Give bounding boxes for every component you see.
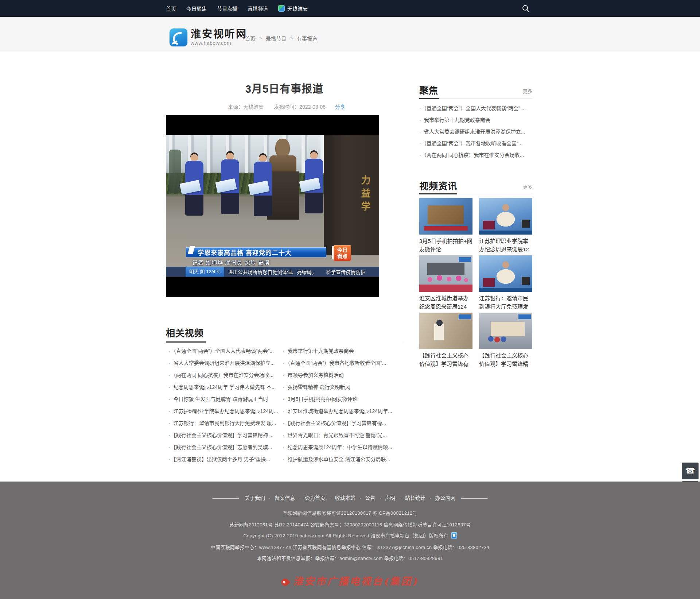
video-ticker-bar: 明天 阴 12/4℃ 进出公共场所请您自觉测体温、亮绿码。 科学宣传疫情防护 [166,267,379,277]
footer-link-statement[interactable]: 声明 [375,495,395,501]
video-news-grid: 3月5日手机拍拍拍+网友微评论 江苏护理职业学院举办纪念周恩来诞辰12 淮安区淮… [419,198,533,368]
badge-line: 看点 [337,253,347,259]
article-publish-time: 发布时间：2022-03-06 [274,104,326,110]
footer-license-line-1: 互联网新闻信息服务许可证32120180017 苏ICP备08021212号 [0,509,700,516]
related-video-link[interactable]: 【践行社会主义核心价值观】学习雷锋有榜... [283,417,397,429]
nav-item-home[interactable]: 首页 [166,5,176,12]
nav-item-label: 无线淮安 [287,5,308,12]
related-video-link[interactable]: 【践行社会主义核心价值观】志愿者到吴城... [168,441,283,453]
breadcrumb-home[interactable]: 首页 [245,35,255,42]
scene-memorial-wall: 力益学 [324,135,379,255]
video-caption[interactable]: 【践行社会主义核心价值观】学习雷锋有 [419,351,472,368]
related-video-link[interactable]: 纪念周恩来诞辰124周年 学习伟人做先锋 不... [168,381,283,393]
video-caption-bar: 学恩来崇高品格 喜迎党的二十大 [186,247,326,257]
video-thumbnail[interactable] [479,255,532,292]
related-video-link[interactable]: 我市举行第十九期党政亲商会 [283,345,397,357]
site-logo-icon [170,28,187,46]
related-video-link[interactable]: （两在两同 同心抗疫）我市在淮安分会场收... [168,369,283,381]
video-thumbnail[interactable] [419,255,472,292]
related-video-link[interactable]: 省人大常委会调研组来淮开展洪泽湖保护立... [168,357,283,369]
video-news-section-title: 视频资讯 [419,179,457,192]
related-video-link[interactable]: 世界青光眼日：青光眼致盲不可逆 警惕“光... [283,429,397,441]
search-button[interactable] [521,3,531,13]
telephone-icon: ☎ [685,467,695,475]
site-name: 淮安视听网 [191,28,247,40]
scene-reader [220,151,240,224]
scene-reader [253,153,273,226]
nav-item-live[interactable]: 直播频道 [248,5,268,12]
related-videos-column-left: （直通全国“两会”）全国人大代表畅谈“两会”... 省人大常委会调研组来淮开展洪… [168,345,283,465]
related-video-link[interactable]: （直通全国“两会”）全国人大代表畅谈“两会”... [168,345,283,357]
footer-link-about[interactable]: 关于我们 [245,495,265,501]
video-news-more-link[interactable]: 更多 [513,183,532,190]
icp-badge-icon[interactable] [451,532,457,539]
related-video-link[interactable]: （直通全国“两会”）我市各地收听收看全国“... [283,357,397,369]
related-video-link[interactable]: 3月5日手机拍拍拍+网友微评论 [283,393,397,405]
hotline-phone-button[interactable]: ☎ [682,463,699,479]
footer-link-office-intranet[interactable]: 办公内网 [425,495,456,501]
video-thumbnail[interactable] [419,313,472,349]
focus-news-link[interactable]: （两在两同 同心抗疫）我市在淮安分会场收... [419,149,533,161]
video-caption[interactable]: 淮安区淮城街道举办纪念周恩来诞辰124 [419,294,472,311]
video-player[interactable]: 力益学 学恩来崇高品格 喜迎党的二十大 记者 姚坤烨 通讯员 沈玲 史琪 明天 … [166,115,379,297]
related-video-link[interactable]: 弘扬雷锋精神 践行文明新风 [283,381,397,393]
focus-list: （直通全国“两会”）全国人大代表畅谈“两会” ... 我市举行第十九期党政亲商会… [419,103,533,161]
video-thumbnail[interactable] [419,198,472,235]
footer-report-line-1: 中国互联网举报中心：www.12377.cn 江苏省互联网有害信息举报中心 信箱… [0,544,700,550]
video-caption[interactable]: 江苏银行：邀请市民到银行大厅免费理发 [479,294,532,311]
video-caption-reporters: 记者 姚坤烨 通讯员 沈玲 史琪 [192,258,270,266]
breadcrumb-recorded-programs[interactable]: 录播节目 [266,35,286,42]
video-news-card[interactable]: 江苏护理职业学院举办纪念周恩来诞辰12 [479,198,532,254]
footer-link-announcements[interactable]: 公告 [355,495,376,501]
focus-news-link[interactable]: （直通全国“两会”）全国人大代表畅谈“两会” ... [419,103,533,114]
related-video-link[interactable]: 市领导参加义务植树活动 [283,369,397,381]
related-video-link[interactable]: 【践行社会主义核心价值观】学习雷锋精神 ... [168,429,283,441]
related-video-link[interactable]: 【清江浦警视】出狱仅两个多月 男子“重操... [168,453,283,465]
related-video-link[interactable]: 江苏护理职业学院举办纪念周恩来诞辰124周... [168,405,283,417]
focus-news-link[interactable]: （直通全国“两会”）我市各地收听收看全国“... [419,138,533,149]
focus-news-link[interactable]: 我市举行第十九期党政亲商会 [419,114,533,126]
video-caption[interactable]: 3月5日手机拍拍拍+网友微评论 [419,237,472,254]
breadcrumb: 首页 > 录播节目 > 有事报道 [245,35,317,42]
video-news-divider [419,194,532,194]
nav-menu: 首页 今日聚焦 节目点播 直播频道 无线淮安 [166,0,308,17]
footer-link-set-homepage[interactable]: 设为首页 [295,495,325,501]
related-video-link[interactable]: 维护航运及涉水单位安全 清江浦公安分局联... [283,453,397,465]
video-news-card[interactable]: 3月5日手机拍拍拍+网友微评论 [419,198,472,254]
nav-item-today-focus[interactable]: 今日聚焦 [186,5,207,12]
footer-copyright: Copyright (C) 2012-2019 habctv.com All R… [0,532,700,539]
footer-link-site-stats[interactable]: 站长统计 [395,495,425,501]
broadcast-group-logo-icon [280,577,290,587]
video-thumbnail[interactable] [479,313,532,349]
video-news-card[interactable]: 江苏银行：邀请市民到银行大厅免费理发 [479,255,532,311]
site-url: www.habctv.com [191,40,247,46]
share-link[interactable]: 分享 [335,104,345,110]
footer-dash-line [213,498,239,499]
breadcrumb-separator: > [259,36,262,41]
video-caption[interactable]: 江苏护理职业学院举办纪念周恩来诞辰12 [479,237,532,254]
video-news-card[interactable]: 【践行社会主义核心价值观】学习雷锋精 [479,313,532,368]
ticker-right-text: 科学宣传疫情防护 [326,268,365,275]
related-video-link[interactable]: 纪念周恩来诞辰124周年：中学生以诗赋情颂... [283,441,397,453]
related-video-link[interactable]: 今日惊蛰 生发阳气健脾胃 踏青游玩正当时 [168,393,283,405]
focus-more-link[interactable]: 更多 [513,88,532,94]
top-navbar: 首页 今日聚焦 节目点播 直播频道 无线淮安 [0,0,700,17]
nav-item-vod[interactable]: 节目点播 [217,5,237,12]
related-video-link[interactable]: 淮安区淮城街道举办纪念周恩来诞辰124周年... [283,405,397,417]
related-videos-title: 相关视频 [166,326,204,339]
related-video-link[interactable]: 江苏银行：邀请市民到银行大厅免费理发 暖... [168,417,283,429]
related-videos-column-right: 我市举行第十九期党政亲商会 （直通全国“两会”）我市各地收听收看全国“... 市… [283,345,397,465]
badge-line: 今日 [337,247,347,253]
video-thumbnail[interactable] [479,198,532,235]
ticker-text: 进出公共场所请您自觉测体温、亮绿码。 [228,268,316,275]
focus-news-link[interactable]: 省人大常委会调研组来淮开展洪泽湖保护立... [419,126,533,138]
footer-link-filing-info[interactable]: 备案信息 [265,495,295,501]
footer-link-bookmark[interactable]: 收藏本站 [325,495,355,501]
video-news-card[interactable]: 淮安区淮城街道举办纪念周恩来诞辰124 [419,255,472,311]
video-caption[interactable]: 【践行社会主义核心价值观】学习雷锋精 [479,351,532,368]
video-news-card[interactable]: 【践行社会主义核心价值观】学习雷锋有 [419,313,472,368]
site-logo[interactable]: 淮安视听网 www.habctv.com [170,28,247,46]
nav-item-wireless-huaian[interactable]: 无线淮安 [278,5,308,12]
today-highlight-badge: 今日 看点 [334,245,351,261]
site-logo-text: 淮安视听网 www.habctv.com [191,28,247,46]
